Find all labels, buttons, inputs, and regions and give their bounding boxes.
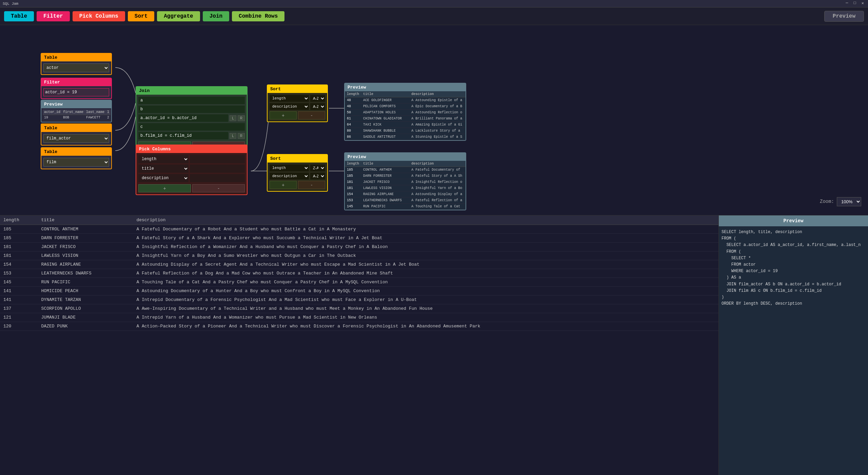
table-row: 121JUMANJI BLADEA Intrepid Yarn of a Hus… bbox=[0, 313, 718, 322]
preview3-row: 185DARN FORRESTERA Fateful Story of a A … bbox=[345, 173, 466, 179]
preview3-row: 154RAGING AIRPLANEA Astounding Display o… bbox=[345, 191, 466, 197]
aggregate-button[interactable]: Aggregate bbox=[157, 11, 200, 21]
sort-select-3[interactable]: length bbox=[270, 165, 309, 171]
toolbar: Table Filter Pick Columns Sort Aggregate… bbox=[0, 7, 868, 25]
bottom-section: length title description 185CONTROL ANTH… bbox=[0, 215, 868, 475]
data-table: length title description 185CONTROL ANTH… bbox=[0, 215, 718, 331]
prev3-col-length: length bbox=[345, 161, 361, 167]
sort-node-2: Sort length Z-A description A-Z + bbox=[267, 154, 328, 192]
maximize-button[interactable]: □ bbox=[852, 1, 857, 6]
sort-dir-2[interactable]: A-Z bbox=[310, 103, 325, 110]
join-alias-b[interactable] bbox=[138, 106, 245, 113]
minimize-button[interactable]: — bbox=[844, 1, 849, 6]
app-title: SQL Jam bbox=[3, 2, 18, 6]
filter-input[interactable] bbox=[43, 88, 109, 96]
preview2-row: 48PELICAN COMFORTSA Epic Documentary of … bbox=[345, 103, 466, 110]
preview2-row: 61CHINATOWN GLADIATORA Brilliant Panoram… bbox=[345, 116, 466, 122]
table-row: 181JACKET FRISCOA Insightful Reflection … bbox=[0, 243, 718, 251]
sort-add-btn-1[interactable]: + bbox=[270, 111, 297, 119]
preview2-row: 86SADDLE ANTITRUSTA Stunning Epistle of … bbox=[345, 134, 466, 140]
table-row: 154RAGING AIRPLANEA Astounding Display o… bbox=[0, 260, 718, 269]
prev3-col-title: title bbox=[361, 161, 409, 167]
sort-row-3: length Z-A bbox=[270, 165, 325, 171]
table-actor-select[interactable]: actor bbox=[43, 63, 109, 72]
preview3-row: 181JACKET FRISCOA Insightful Reflection … bbox=[345, 179, 466, 185]
join-r-btn1[interactable]: R bbox=[238, 115, 245, 121]
data-table-header-row: length title description bbox=[0, 215, 718, 225]
pick-columns-button[interactable]: Pick Columns bbox=[73, 11, 125, 21]
table-node-film-actor: Table film_actor bbox=[41, 124, 112, 146]
pick-remove-btn[interactable]: - bbox=[192, 184, 245, 192]
preview-node-2: Preview length title description 48ACE G… bbox=[344, 83, 466, 141]
preview-small-row: 19 BOB FAWCETT 2 bbox=[43, 115, 111, 120]
sort-dir-3[interactable]: Z-A bbox=[310, 165, 325, 171]
sort-button[interactable]: Sort bbox=[128, 11, 154, 21]
prev2-col-length: length bbox=[345, 91, 361, 97]
join-alias-a[interactable] bbox=[138, 97, 245, 104]
join-r-btn2[interactable]: R bbox=[238, 133, 245, 139]
prev2-col-desc: description bbox=[409, 91, 466, 97]
filter-node-header: Filter bbox=[41, 78, 111, 86]
sort-remove-btn-1[interactable]: - bbox=[298, 111, 325, 119]
sort-remove-btn-2[interactable]: - bbox=[298, 181, 325, 189]
prev3-col-desc: description bbox=[409, 161, 466, 167]
join-alias-c[interactable] bbox=[138, 123, 245, 131]
sort-add-btn-2[interactable]: + bbox=[270, 181, 297, 189]
join-button[interactable]: Join bbox=[203, 11, 229, 21]
sort-row-1: length A-Z bbox=[270, 95, 325, 102]
join-node: Join L R L R + - bbox=[136, 86, 248, 152]
join-l-btn2[interactable]: L bbox=[230, 133, 236, 139]
table-row: 137SCORPION APOLLOA Awe-Inspiring Docume… bbox=[0, 304, 718, 313]
join-alias-a-row bbox=[138, 97, 245, 104]
sort-row-2: description A-Z bbox=[270, 103, 325, 110]
preview-node-3: Preview length title description 185CONT… bbox=[344, 152, 466, 210]
join-condition1[interactable] bbox=[138, 114, 228, 122]
pick-extra-title[interactable] bbox=[190, 165, 245, 173]
filter-node: Filter bbox=[41, 78, 112, 99]
sort-dir-1[interactable]: A-Z bbox=[310, 95, 325, 102]
join-alias-c-row bbox=[138, 123, 245, 131]
table-row: 120DAZED PUNKA Action-Packed Story of a … bbox=[0, 322, 718, 331]
pick-extra-length[interactable] bbox=[190, 155, 245, 163]
preview-large-table-2: length title description 185CONTROL ANTH… bbox=[345, 161, 466, 210]
preview2-row: 80SHAWSHANK BUBBLEA Lacklusture Story of… bbox=[345, 128, 466, 134]
data-table-container[interactable]: length title description 185CONTROL ANTH… bbox=[0, 215, 719, 475]
filter-button[interactable]: Filter bbox=[37, 11, 70, 21]
pick-row-title: title bbox=[138, 165, 245, 173]
pick-extra-description[interactable] bbox=[190, 174, 245, 182]
pick-select-length[interactable]: length bbox=[138, 155, 189, 163]
sort-node-1-header: Sort bbox=[268, 85, 327, 93]
table-node-film: Table film bbox=[41, 147, 112, 169]
window-controls[interactable]: — □ ✕ bbox=[844, 1, 865, 6]
sort-row-4: description A-Z bbox=[270, 173, 325, 179]
table-node-actor-header: Table bbox=[41, 54, 111, 61]
join-node-header: Join bbox=[136, 87, 247, 95]
col-header-length: length bbox=[0, 215, 38, 225]
pick-add-btn[interactable]: + bbox=[138, 184, 191, 192]
preview-small-table: actor_id first_name last_name l 19 BOB F… bbox=[43, 110, 111, 120]
preview-toolbar-button[interactable]: Preview bbox=[824, 11, 864, 22]
table-button[interactable]: Table bbox=[4, 11, 34, 21]
table-film-select[interactable]: film bbox=[43, 158, 109, 167]
join-condition2[interactable] bbox=[138, 132, 228, 139]
sort-node-1: Sort length A-Z description A-Z + bbox=[267, 84, 328, 122]
close-button[interactable]: ✕ bbox=[860, 1, 865, 6]
sort-select-4[interactable]: description bbox=[270, 173, 309, 179]
zoom-dropdown[interactable]: 100% bbox=[837, 197, 861, 206]
pick-add-remove: + - bbox=[138, 184, 245, 192]
sort-dir-4[interactable]: A-Z bbox=[310, 173, 325, 179]
preview-small-header: Preview bbox=[41, 100, 111, 108]
sort-select-1[interactable]: length bbox=[270, 95, 309, 102]
preview2-row: 64TAXI KICKA Amazing Epistle of a Gi bbox=[345, 122, 466, 128]
sql-text: SELECT length, title, description FROM (… bbox=[722, 229, 865, 307]
join-l-btn1[interactable]: L bbox=[230, 115, 236, 121]
pick-select-description[interactable]: description bbox=[138, 174, 189, 182]
pick-columns-node: Pick Columns length title description bbox=[136, 145, 248, 195]
table-film-actor-select[interactable]: film_actor bbox=[43, 134, 109, 143]
col-l: l bbox=[106, 110, 111, 115]
col-header-title: title bbox=[38, 215, 133, 225]
pick-select-title[interactable]: title bbox=[138, 165, 189, 173]
sort-select-2[interactable]: description bbox=[270, 103, 309, 110]
combine-rows-button[interactable]: Combine Rows bbox=[232, 11, 284, 21]
preview-panel: Preview SELECT length, title, descriptio… bbox=[719, 215, 868, 475]
